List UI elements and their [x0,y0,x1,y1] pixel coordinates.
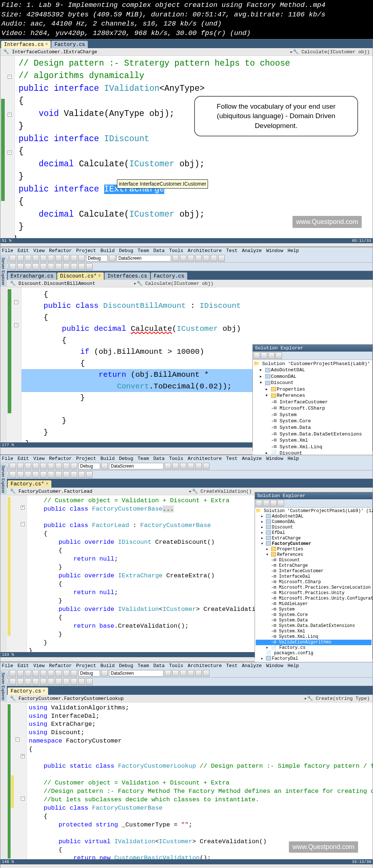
toolbar-button[interactable] [78,678,85,685]
toolbar-button[interactable] [172,255,179,261]
toolbar-button[interactable] [48,678,54,685]
tree-node[interactable]: -⊡ System.Core [256,612,372,618]
menu-window[interactable]: Window [266,663,283,669]
toolbar-button[interactable] [48,670,54,677]
fold-icon[interactable]: - [21,522,25,526]
solution-explorer[interactable]: Solution Explorer 📁 Solution 'CustomerPr… [252,344,373,451]
menu-view[interactable]: View [33,456,44,461]
tree-node[interactable]: ▾ References [254,392,372,399]
tree-node[interactable]: ▸ AdoDotnetDAL [254,367,372,373]
menu-architecture[interactable]: Architecture [188,663,222,669]
toolbar-button[interactable] [211,255,217,261]
fold-icon[interactable]: - [21,797,25,801]
toolbar-button[interactable] [71,670,77,677]
toolbar-button[interactable] [180,255,186,261]
menu-edit[interactable]: Edit [17,248,29,253]
tree-node[interactable]: -⊡ InterfaceCustomer [254,399,372,406]
fold-icon[interactable]: - [8,113,12,117]
toolbar-button[interactable] [71,678,77,685]
toolbar-button[interactable] [270,500,277,507]
tree-node[interactable]: -⊡ System [256,607,372,612]
tree-node[interactable]: -⊡ Microsoft.Practices.ServiceLocation [256,585,372,590]
tree-node[interactable]: -⊡ System.Xml [256,629,372,634]
solution-root[interactable]: 📁 Solution 'CustomerProjectPhase1(Lab9)'… [256,508,372,514]
tree-node[interactable]: ▸ 📄 Factory.cs [256,645,372,651]
side-tab-server-explorer[interactable]: Server Explorer [0,464,7,495]
close-icon[interactable]: × [98,274,101,279]
toolbar-button[interactable] [9,471,16,478]
menu-project[interactable]: Project [76,663,96,669]
tree-node[interactable]: -⊡ System.Xml.Linq [256,634,372,640]
menu-test[interactable]: Test [226,248,237,253]
tab[interactable]: Interfaces.cs [105,272,150,280]
side-tab-server-explorer[interactable]: Server Explorer [0,256,7,287]
menu-help[interactable]: Help [287,248,299,253]
tree-node[interactable]: -⊡ System.Data [254,425,372,431]
toolbar-button[interactable] [55,670,62,677]
menu-debug[interactable]: Debug [119,456,133,461]
menu-refactor[interactable]: Refactor [49,248,72,253]
toolbar-button[interactable] [40,255,47,261]
toolbar-button[interactable] [63,471,70,478]
close-icon[interactable]: × [46,481,48,487]
fold-icon[interactable]: - [14,323,18,327]
toolbar-button[interactable] [25,670,31,677]
menu-help[interactable]: Help [287,663,299,669]
tree-node[interactable]: ▾ FactoryCustomer [256,541,372,547]
toolbar-button[interactable] [71,471,77,478]
menu-file[interactable]: File [2,663,13,669]
menu-window[interactable]: Window [266,248,283,253]
toolbar-button[interactable] [71,263,77,270]
tree-node[interactable]: -⊡ Microsoft.Practices.Unity [256,590,372,596]
toolbar-button[interactable] [17,255,24,261]
menu-data[interactable]: Data [153,248,165,253]
tree-node[interactable]: ▾ Discount [254,380,372,386]
toolbar-button[interactable] [86,263,93,270]
code-editor[interactable]: - - - // Design pattern :- Stratergy pat… [0,56,373,238]
toolbar-button[interactable] [63,263,70,270]
code-editor[interactable]: - + - using ValidationAlgorithms; using … [7,702,373,859]
fold-icon[interactable]: - [8,151,12,155]
toolbar-button[interactable] [63,255,70,261]
menu-data[interactable]: Data [153,663,165,669]
toolbar-button[interactable] [55,471,62,478]
toolbar-button[interactable] [55,463,62,469]
toolbar-button[interactable] [32,263,39,270]
tree-node[interactable]: -⊡ ValidationAlgorithms [256,640,372,645]
toolbar-button[interactable] [32,678,39,685]
target-combo[interactable]: DataScreen [117,255,171,261]
toolbar-button[interactable] [48,263,54,270]
breadcrumb-left[interactable]: 🔧 Discount.DiscountBillAmount [10,280,95,286]
target-combo[interactable]: DataScreen [109,670,164,677]
toolbar-button[interactable] [180,463,186,469]
tab-factory[interactable]: Factory.cs [51,41,88,48]
toolbar-button[interactable] [165,670,171,677]
config-combo[interactable]: Debug [86,255,108,261]
menu-tools[interactable]: Tools [169,663,183,669]
solution-explorer[interactable]: Solution Explorer 📁 Solution 'CustomerPr… [255,492,373,659]
tree-node[interactable]: ▸ ExtraCharge [256,536,372,541]
menu-tools[interactable]: Tools [169,456,183,461]
menu-help[interactable]: Help [287,456,299,461]
menu-debug[interactable]: Debug [119,248,133,253]
toolbar-button[interactable] [55,263,62,270]
toolbar-button[interactable] [203,670,209,677]
toolbar-button[interactable] [188,463,194,469]
toolbar-button[interactable] [195,463,202,469]
tree-node[interactable]: -⊡ MiddleLayer [256,601,372,607]
toolbar-button[interactable] [180,670,186,677]
toolbar-button[interactable] [172,670,179,677]
toolbar-button[interactable] [25,678,31,685]
toolbar-button[interactable] [32,255,39,261]
menu-tools[interactable]: Tools [169,248,183,253]
tree-node[interactable]: ▸ CommonDAL [254,373,372,380]
menu-analyze[interactable]: Analyze [242,456,262,461]
tree-node[interactable]: -⊡ InterfaceCustomer [256,569,372,574]
toolbar-button[interactable] [188,670,194,677]
close-icon[interactable]: × [45,42,48,47]
toolbar-button[interactable] [188,255,194,261]
toolbar-button[interactable] [195,255,202,261]
toolbar-button[interactable] [86,471,93,478]
tree-node[interactable]: ▸ CommonDAL [256,519,372,525]
toolbar-button[interactable] [63,670,70,677]
